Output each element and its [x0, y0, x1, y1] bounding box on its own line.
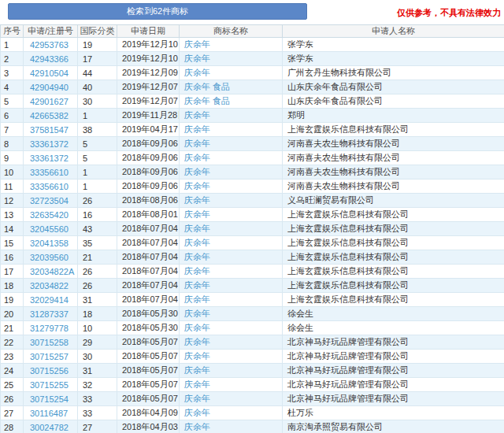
- cell-applicant: 南京淘承照贸易有限公司: [283, 420, 504, 433]
- cell-seq: 15: [1, 236, 24, 250]
- cell-date: 2018年05月07日: [117, 350, 180, 364]
- reg-no-link[interactable]: 30715256: [30, 366, 69, 376]
- col-header-date: 申请日期: [117, 25, 180, 38]
- reg-no-link[interactable]: 30715258: [30, 338, 69, 347]
- tm-name-link[interactable]: 庆余年: [184, 266, 210, 276]
- reg-no-link[interactable]: 42901627: [30, 97, 69, 106]
- cell-tm-name: 庆余年: [180, 265, 283, 279]
- reg-no-link[interactable]: 32039560: [30, 253, 69, 262]
- result-count-banner[interactable]: 检索到62件商标: [8, 3, 307, 20]
- tm-name-link[interactable]: 庆余年: [184, 379, 210, 389]
- reg-no-link[interactable]: 42943366: [30, 54, 69, 64]
- cell-applicant: 杜万乐: [283, 406, 504, 420]
- tm-name-link[interactable]: 庆余年: [184, 238, 210, 247]
- cell-tm-name: 庆余年: [180, 321, 283, 335]
- tm-name-link[interactable]: 庆余年: [184, 408, 210, 417]
- reg-no-link[interactable]: 33361372: [30, 139, 69, 149]
- tm-name-link[interactable]: 庆余年: [184, 294, 210, 304]
- cell-reg-no: 31287337: [24, 307, 78, 321]
- reg-no-link[interactable]: 32041358: [30, 239, 69, 248]
- table-row: 15 32041358 35 2018年07月04日 庆余年 上海玄霆娱乐信息科…: [1, 236, 504, 250]
- reg-no-link[interactable]: 31279778: [30, 324, 69, 333]
- tm-name-link[interactable]: 庆余年: [184, 209, 210, 219]
- reg-no-link[interactable]: 32034822A: [30, 267, 74, 276]
- tm-name-link[interactable]: 庆余年: [184, 54, 210, 63]
- tm-name-link[interactable]: 庆余年: [184, 280, 210, 290]
- reg-no-link[interactable]: 37581547: [30, 125, 69, 135]
- reg-no-link[interactable]: 32029414: [30, 295, 69, 305]
- tm-name-link[interactable]: 庆余年 食品: [184, 96, 230, 105]
- tm-name-link[interactable]: 庆余年 食品: [184, 82, 230, 91]
- cell-applicant: 上海玄霆娱乐信息科技有限公司: [283, 123, 504, 137]
- reg-no-link[interactable]: 33356610: [30, 168, 69, 177]
- cell-date: 2019年04月17日: [117, 123, 180, 137]
- cell-intl-class: 1: [78, 165, 117, 179]
- cell-intl-class: 44: [78, 66, 117, 80]
- cell-reg-no: 33356610: [24, 179, 78, 194]
- cell-date: 2018年05月30日: [117, 307, 180, 321]
- tm-name-link[interactable]: 庆余年: [184, 39, 210, 49]
- tm-name-link[interactable]: 庆余年: [184, 422, 210, 431]
- table-row: 3 42910504 44 2019年12月09日 庆余年 广州玄丹生物科技有限…: [1, 66, 504, 80]
- tm-name-link[interactable]: 庆余年: [184, 110, 210, 120]
- cell-intl-class: 5: [78, 137, 117, 151]
- tm-name-link[interactable]: 庆余年: [184, 195, 210, 205]
- reg-no-link[interactable]: 30715254: [30, 394, 69, 404]
- tm-name-link[interactable]: 庆余年: [184, 139, 210, 148]
- cell-tm-name: 庆余年: [180, 406, 283, 420]
- cell-reg-no: 42910504: [24, 66, 78, 80]
- cell-intl-class: 30: [78, 350, 117, 364]
- cell-seq: 16: [1, 250, 24, 265]
- cell-applicant: 山东庆余年食品有限公司: [283, 94, 504, 109]
- tm-name-link[interactable]: 庆余年: [184, 153, 210, 162]
- tm-name-link[interactable]: 庆余年: [184, 181, 210, 191]
- reg-no-link[interactable]: 33361372: [30, 154, 69, 163]
- cell-applicant: 广州玄丹生物科技有限公司: [283, 66, 504, 80]
- reg-no-link[interactable]: 42953763: [30, 40, 69, 50]
- reg-no-link[interactable]: 42904940: [30, 83, 69, 92]
- cell-seq: 9: [1, 151, 24, 165]
- tm-name-link[interactable]: 庆余年: [184, 351, 210, 361]
- reg-no-link[interactable]: 32034822: [30, 281, 69, 291]
- reg-no-link[interactable]: 33356610: [30, 182, 69, 191]
- cell-reg-no: 33361372: [24, 137, 78, 151]
- cell-tm-name: 庆余年: [180, 236, 283, 250]
- table-header-row: 序号 申请/注册号 国际分类 申请日期 商标名称 申请人名称: [1, 25, 504, 38]
- cell-seq: 2: [1, 52, 24, 66]
- tm-name-link[interactable]: 庆余年: [184, 323, 210, 332]
- cell-applicant: 义乌旺澜贸易有限公司: [283, 194, 504, 208]
- cell-tm-name: 庆余年: [180, 123, 283, 137]
- reg-no-link[interactable]: 32635420: [30, 210, 69, 220]
- table-row: 19 32029414 31 2018年07月04日 庆余年 上海玄霆娱乐信息科…: [1, 293, 504, 307]
- reg-no-link[interactable]: 30024782: [30, 423, 69, 432]
- reg-no-link[interactable]: 30715255: [30, 380, 69, 390]
- reg-no-link[interactable]: 31287337: [30, 309, 69, 319]
- cell-reg-no: 30715257: [24, 350, 78, 364]
- cell-date: 2019年12月07日: [117, 94, 180, 109]
- tm-name-link[interactable]: 庆余年: [184, 252, 210, 261]
- table-row: 10 33356610 1 2018年09月06日 庆余年 河南喜夫农生物科技有…: [1, 165, 504, 179]
- reg-no-link[interactable]: 42910504: [30, 68, 69, 78]
- reg-no-link[interactable]: 30715257: [30, 352, 69, 361]
- reg-no-link[interactable]: 32045560: [30, 224, 69, 234]
- tm-name-link[interactable]: 庆余年: [184, 124, 210, 134]
- tm-name-link[interactable]: 庆余年: [184, 167, 210, 176]
- cell-intl-class: 19: [78, 38, 117, 52]
- cell-applicant: 徐会生: [283, 321, 504, 335]
- tm-name-link[interactable]: 庆余年: [184, 394, 210, 403]
- tm-name-link[interactable]: 庆余年: [184, 365, 210, 375]
- cell-tm-name: 庆余年: [180, 38, 283, 52]
- tm-name-link[interactable]: 庆余年: [184, 224, 210, 233]
- cell-applicant: 河南喜夫农生物科技有限公司: [283, 179, 504, 194]
- tm-name-link[interactable]: 庆余年: [184, 68, 210, 77]
- tm-name-link[interactable]: 庆余年: [184, 309, 210, 318]
- tm-name-link[interactable]: 庆余年: [184, 337, 210, 346]
- cell-date: 2018年05月07日: [117, 378, 180, 392]
- cell-reg-no: 32034822: [24, 279, 78, 293]
- reg-no-link[interactable]: 32723504: [30, 196, 69, 205]
- reg-no-link[interactable]: 42665382: [30, 111, 69, 120]
- reg-no-link[interactable]: 30116487: [30, 409, 68, 418]
- cell-reg-no: 33361372: [24, 151, 78, 165]
- cell-tm-name: 庆余年: [180, 137, 283, 151]
- cell-reg-no: 32034822A: [24, 265, 78, 279]
